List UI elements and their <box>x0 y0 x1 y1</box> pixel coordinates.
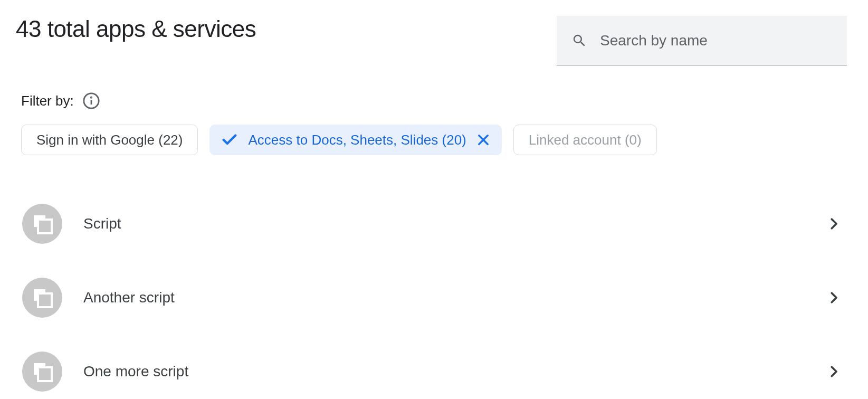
search-input[interactable] <box>600 32 832 49</box>
chevron-right-icon <box>826 290 842 306</box>
app-icon <box>22 352 62 392</box>
chip-linked-account[interactable]: Linked account (0) <box>513 125 657 155</box>
app-list: Script Another script One more script <box>16 187 847 399</box>
chip-label: Sign in with Google (22) <box>36 132 183 148</box>
app-icon <box>22 278 62 318</box>
list-item[interactable]: One more script <box>16 335 847 399</box>
chip-label: Access to Docs, Sheets, Slides (20) <box>248 132 466 148</box>
info-icon[interactable] <box>82 92 100 110</box>
search-icon <box>571 33 587 49</box>
chip-sign-in-with-google[interactable]: Sign in with Google (22) <box>21 125 198 155</box>
search-box[interactable] <box>557 16 847 65</box>
filter-chips: Sign in with Google (22) Access to Docs,… <box>21 125 847 155</box>
chevron-right-icon <box>826 216 842 232</box>
list-item[interactable]: Another script <box>16 261 847 335</box>
app-icon <box>22 204 62 244</box>
filter-label: Filter by: <box>21 93 74 109</box>
chip-label: Linked account (0) <box>529 132 642 148</box>
page-title: 43 total apps & services <box>16 16 256 42</box>
list-item[interactable]: Script <box>16 187 847 261</box>
svg-point-2 <box>91 97 91 98</box>
close-icon[interactable] <box>476 132 491 147</box>
app-name: Another script <box>83 289 826 306</box>
app-name: One more script <box>83 363 826 380</box>
check-icon <box>221 131 239 149</box>
chip-access-to-docs[interactable]: Access to Docs, Sheets, Slides (20) <box>209 125 501 155</box>
chevron-right-icon <box>826 364 842 379</box>
app-name: Script <box>83 215 826 232</box>
